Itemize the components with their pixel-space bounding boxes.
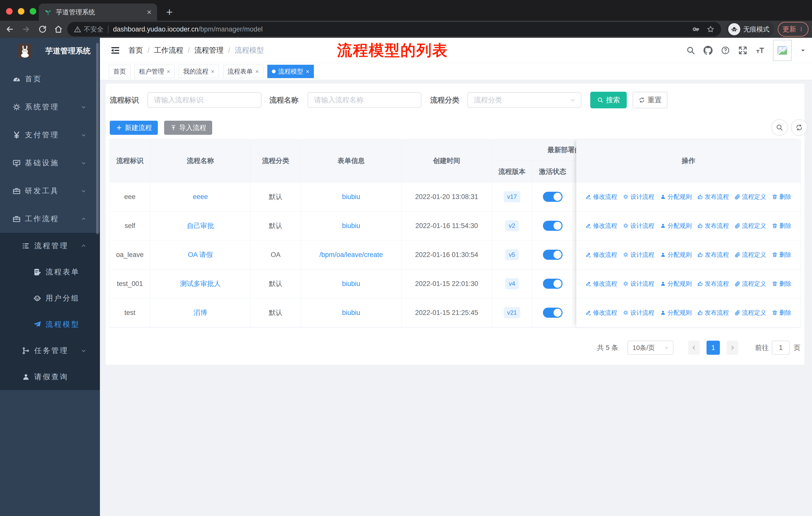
- action-delete[interactable]: 删除: [772, 222, 791, 230]
- create-process-button[interactable]: 新建流程: [110, 121, 158, 135]
- sidebar-item-process-manage[interactable]: 流程管理: [0, 233, 100, 259]
- tag-process-model[interactable]: 流程模型×: [267, 65, 314, 78]
- import-process-button[interactable]: 导入流程: [164, 121, 212, 135]
- active-toggle[interactable]: [543, 250, 562, 260]
- home-icon[interactable]: [54, 25, 63, 34]
- close-icon[interactable]: ×: [211, 69, 214, 75]
- form-info-link[interactable]: biubiu: [342, 309, 360, 317]
- sidebar-item-infrastructure[interactable]: 基础设施: [0, 149, 100, 177]
- address-bar[interactable]: 不安全 dashboard.yudao.iocoder.cn /bpm/mana…: [67, 22, 721, 36]
- sidebar-item-workflow[interactable]: 工作流程: [0, 205, 100, 233]
- reload-icon[interactable]: [38, 25, 47, 34]
- sidebar-item-payment[interactable]: 支付管理: [0, 121, 100, 149]
- browser-menu-dots-icon[interactable]: [799, 25, 804, 33]
- sidebar-item-process-form[interactable]: 流程表单: [0, 259, 100, 285]
- tag-process-form[interactable]: 流程表单×: [223, 65, 263, 78]
- action-delete[interactable]: 删除: [772, 251, 791, 259]
- prev-page-button[interactable]: [688, 341, 700, 355]
- search-icon[interactable]: [686, 46, 695, 55]
- back-icon[interactable]: [5, 25, 14, 34]
- sidebar-item-system[interactable]: 系统管理: [0, 93, 100, 121]
- action-publish[interactable]: 发布流程: [697, 193, 729, 201]
- action-assign-rule[interactable]: 分配规则: [660, 280, 692, 288]
- forward-icon[interactable]: [21, 25, 30, 34]
- close-icon[interactable]: ×: [306, 69, 309, 75]
- tag-my-process[interactable]: 我的流程×: [179, 65, 219, 78]
- reset-button[interactable]: 重置: [633, 92, 668, 108]
- security-label[interactable]: 不安全: [84, 25, 104, 34]
- process-name-link[interactable]: 滔博: [194, 308, 207, 317]
- process-name-link[interactable]: eeee: [193, 193, 208, 201]
- sidebar-item-user-group[interactable]: 用户分组: [0, 285, 100, 311]
- chevron-down-icon[interactable]: [800, 47, 806, 53]
- tab-close-icon[interactable]: ×: [147, 8, 151, 16]
- action-edit[interactable]: 修改流程: [585, 251, 617, 259]
- action-edit[interactable]: 修改流程: [585, 222, 617, 230]
- search-button[interactable]: 搜索: [590, 92, 627, 108]
- bookmark-star-icon[interactable]: [706, 25, 715, 33]
- user-avatar[interactable]: [773, 40, 792, 61]
- action-edit[interactable]: 修改流程: [585, 309, 617, 317]
- form-info-link[interactable]: biubiu: [342, 280, 360, 288]
- sidebar-item-home[interactable]: 首页: [0, 65, 100, 93]
- action-edit[interactable]: 修改流程: [585, 280, 617, 288]
- process-name-link[interactable]: 测试多审批人: [180, 279, 221, 288]
- filter-category-select[interactable]: 流程分类: [467, 92, 581, 108]
- sidebar-item-task-manage[interactable]: 任务管理: [0, 337, 100, 364]
- action-assign-rule[interactable]: 分配规则: [660, 251, 692, 259]
- toggle-search-button[interactable]: [771, 119, 788, 136]
- help-icon[interactable]: [721, 46, 730, 55]
- form-info-link[interactable]: biubiu: [342, 193, 360, 201]
- action-assign-rule[interactable]: 分配规则: [660, 309, 692, 317]
- action-edit[interactable]: 修改流程: [585, 193, 617, 201]
- active-toggle[interactable]: [543, 221, 562, 231]
- sidebar-item-dev-tools[interactable]: 研发工具: [0, 177, 100, 205]
- new-tab-button[interactable]: +: [163, 4, 176, 20]
- fullscreen-icon[interactable]: [738, 46, 747, 55]
- form-info-link[interactable]: biubiu: [342, 222, 360, 230]
- action-design[interactable]: 设计流程: [623, 193, 655, 201]
- action-delete[interactable]: 删除: [772, 309, 791, 317]
- form-info-link[interactable]: /bpm/oa/leave/create: [319, 251, 383, 259]
- action-design[interactable]: 设计流程: [623, 251, 655, 259]
- tag-home[interactable]: 首页: [109, 65, 130, 78]
- refresh-table-button[interactable]: [791, 119, 808, 136]
- key-icon[interactable]: [692, 25, 700, 33]
- close-icon[interactable]: ×: [167, 69, 170, 75]
- page-size-select[interactable]: 10条/页: [628, 341, 673, 355]
- current-page-button[interactable]: 1: [706, 341, 720, 355]
- action-publish[interactable]: 发布流程: [697, 309, 729, 317]
- action-definition[interactable]: 流程定义: [734, 222, 766, 230]
- minimize-window-button[interactable]: [18, 8, 24, 15]
- filter-id-input[interactable]: [147, 92, 262, 108]
- sidebar-item-process-model[interactable]: 流程模型: [0, 311, 100, 337]
- close-icon[interactable]: ×: [255, 69, 259, 75]
- action-design[interactable]: 设计流程: [623, 309, 655, 317]
- breadcrumb-item[interactable]: 首页: [128, 45, 143, 55]
- action-delete[interactable]: 删除: [772, 193, 791, 201]
- action-definition[interactable]: 流程定义: [734, 193, 766, 201]
- action-definition[interactable]: 流程定义: [734, 280, 766, 288]
- process-name-link[interactable]: 自己审批: [187, 221, 214, 230]
- browser-update-button[interactable]: 更新: [778, 22, 809, 36]
- tag-tenant[interactable]: 租户管理×: [135, 65, 175, 78]
- action-assign-rule[interactable]: 分配规则: [660, 222, 692, 230]
- action-delete[interactable]: 删除: [772, 280, 791, 288]
- action-definition[interactable]: 流程定义: [734, 309, 766, 317]
- action-design[interactable]: 设计流程: [623, 280, 655, 288]
- breadcrumb-item[interactable]: 流程管理: [194, 45, 224, 55]
- github-icon[interactable]: [703, 46, 713, 55]
- font-size-icon[interactable]: [756, 46, 765, 55]
- action-publish[interactable]: 发布流程: [697, 251, 729, 259]
- active-toggle[interactable]: [543, 192, 562, 202]
- active-toggle[interactable]: [543, 279, 562, 289]
- browser-tab[interactable]: 芋道管理系统 ×: [39, 3, 157, 21]
- action-publish[interactable]: 发布流程: [697, 280, 729, 288]
- filter-name-input[interactable]: [308, 92, 422, 108]
- sidebar-item-leave-query[interactable]: 请假查询: [0, 364, 100, 390]
- action-design[interactable]: 设计流程: [623, 222, 655, 230]
- close-window-button[interactable]: [6, 8, 12, 15]
- sidebar-fold-icon[interactable]: [110, 45, 121, 56]
- goto-page-input[interactable]: [772, 341, 790, 355]
- zoom-window-button[interactable]: [30, 8, 36, 15]
